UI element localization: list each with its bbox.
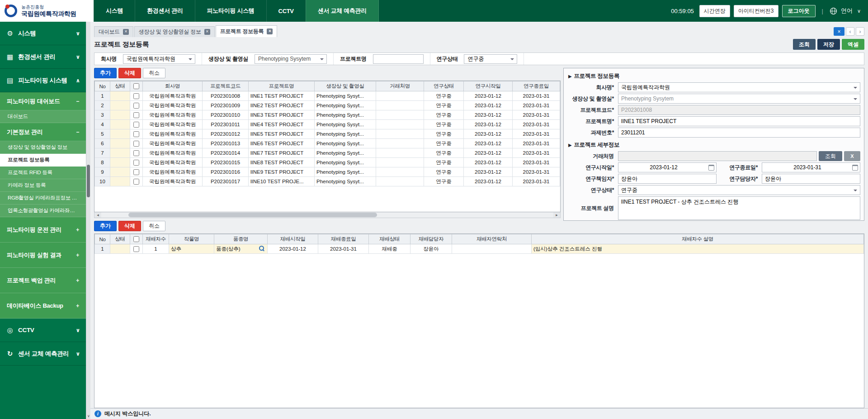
top-nav-item-4[interactable]: 센서 교체 예측관리 (306, 0, 379, 22)
sidebar-item-16[interactable]: ◎CCTV∨ (0, 319, 86, 342)
sidebar-item-11[interactable]: 엽록소형광촬영실 카메라좌표정보 등록 (0, 205, 86, 217)
tab-close-icon[interactable]: × (204, 29, 210, 35)
delete-project-button[interactable]: 삭제 (118, 68, 141, 78)
inquiry-button[interactable]: 조회 (793, 39, 816, 50)
sidebar-item-3[interactable]: 피노타이핑 대쉬보드− (0, 92, 86, 110)
header-checkbox[interactable] (133, 83, 139, 89)
sidebar-item-14[interactable]: 프로젝트 백업 관리+ (0, 268, 86, 293)
extend-time-button[interactable]: 시간연장 (699, 5, 730, 17)
chamber-filter-select[interactable]: Phenotyping Sysytem (255, 54, 327, 64)
table-row-0[interactable]: 11상추품종(상추)2023-01-122023-01-31재배중장윤아(임시)… (95, 244, 864, 254)
sidebar-scroll-down-icon[interactable]: ∨ (86, 414, 91, 418)
sidebar-item-5[interactable]: 기본정보 관리− (0, 123, 86, 141)
table-row-9[interactable]: 10국립원예특작과학원P202301017lINE10 TEST PROJE..… (95, 177, 560, 186)
project-name-input[interactable] (373, 54, 424, 64)
row-checkbox[interactable] (133, 141, 139, 147)
logo-block[interactable]: 농촌진흥청 국립원예특작과학원 (0, 0, 94, 22)
top-nav-item-3[interactable]: CCTV (266, 0, 306, 22)
table-row-1[interactable]: 2국립원예특작과학원P202301009lINE2 TEST PROJECTPh… (95, 101, 560, 110)
cancel-cultivation-button[interactable]: 취소 (143, 221, 165, 231)
sidebar-item-13[interactable]: 피노타이핑 실험 결과+ (0, 243, 86, 268)
tab-close-icon[interactable]: × (123, 29, 129, 35)
scrollbar-thumb[interactable] (128, 213, 377, 217)
client-search-button[interactable]: 조회 (819, 151, 842, 161)
cell: 2023-01-12 (464, 167, 513, 177)
top-nav-item-0[interactable]: 시스템 (94, 0, 135, 22)
globe-icon[interactable] (830, 7, 837, 15)
table-row-7[interactable]: 8국립원예특작과학원P202301015lINE8 TEST PROJECTPh… (95, 158, 560, 167)
cancel-project-button[interactable]: 취소 (143, 68, 165, 78)
row-checkbox[interactable] (133, 150, 139, 156)
tab-close-icon[interactable]: × (267, 29, 273, 34)
table-row-6[interactable]: 7국립원예특작과학원P202301014lINE7 TEST PROJECTPh… (95, 148, 560, 158)
sidebar-scrollbar-thumb[interactable] (87, 165, 90, 197)
chamber-select[interactable]: Phenotyping Sysytem (618, 94, 860, 104)
project-description-textarea[interactable]: lINE1 TEST PROJECT - 상추 건조스트레스 진행 (618, 196, 860, 220)
top-nav-item-1[interactable]: 환경센서 관리 (135, 0, 195, 22)
delete-cultivation-button[interactable]: 삭제 (118, 221, 141, 231)
status-filter-select[interactable]: 연구중 (464, 54, 517, 64)
tab-2[interactable]: 프로젝트 정보등록× (216, 25, 278, 37)
table-row-4[interactable]: 5국립원예특작과학원P202301012lINE5 TEST PROJECTPh… (95, 129, 560, 139)
research-manager-input[interactable]: 장윤아 (762, 174, 860, 184)
sidebar-item-12[interactable]: 피노타이핑 운전 관리+ (0, 217, 86, 243)
end-date-input[interactable]: 2023-01-31 (762, 162, 860, 172)
tab-1[interactable]: 생장상 및 영상촬영실 정보× (134, 26, 215, 37)
sidebar-item-8[interactable]: 프로젝트 RFID 등록 (0, 167, 86, 179)
calendar-icon[interactable] (852, 165, 858, 171)
sidebar-item-7[interactable]: 프로젝트 정보등록 (0, 154, 86, 167)
scrollbar-track[interactable] (101, 212, 553, 218)
sidebar-item-6[interactable]: 생장상 및 영상촬영실 정보 (0, 141, 86, 154)
row-checkbox[interactable] (133, 246, 139, 252)
client-clear-button[interactable]: X (844, 151, 860, 161)
table-row-8[interactable]: 9국립원예특작과학원P202301016lINE9 TEST PROJECTPh… (95, 167, 560, 177)
sidebar-item-15[interactable]: 데이타베이스 Backup+ (0, 293, 86, 319)
close-all-tabs-button[interactable]: × (834, 27, 844, 36)
sidebar-item-2[interactable]: ▤피노타이핑 시스템∧ (0, 69, 86, 92)
table-row-2[interactable]: 3국립원예특작과학원P202301010lINE3 TEST PROJECTPh… (95, 110, 560, 120)
add-cultivation-button[interactable]: 추가 (94, 221, 117, 231)
tab-0[interactable]: 대쉬보드× (94, 26, 133, 37)
logout-button[interactable]: 로그아웃 (782, 5, 816, 17)
top-nav-item-2[interactable]: 피노타이핑 시스템 (195, 0, 266, 22)
save-button[interactable]: 저장 (817, 39, 840, 50)
table-row-3[interactable]: 4국립원예특작과학원P202301011lINE4 TEST PROJECTPh… (95, 120, 560, 129)
project-name-field[interactable]: lINE1 TEST PROJECT (618, 116, 860, 126)
account-button[interactable]: 아이티컨버전3 (734, 5, 778, 17)
sidebar-item-1[interactable]: ▦환경센서 관리∨ (0, 45, 86, 69)
sidebar-item-17[interactable]: ↻센서 교체 예측관리∨ (0, 342, 86, 366)
sidebar-item-9[interactable]: 카메라 정보 등록 (0, 179, 86, 192)
session-timer: 00:59:05 (671, 8, 694, 14)
company-filter-select[interactable]: 국립원예특작과학원 (123, 54, 195, 64)
language-caret-icon[interactable]: ∨ (857, 8, 861, 14)
start-date-input[interactable]: 2023-01-12 (618, 162, 717, 172)
company-select[interactable]: 국립원예특작과학원 (618, 82, 860, 92)
row-checkbox[interactable] (133, 103, 139, 109)
row-checkbox[interactable] (133, 179, 139, 185)
sidebar-item-0[interactable]: ⚙시스템∨ (0, 22, 86, 45)
scroll-left-arrow[interactable]: ◂ (94, 212, 101, 218)
add-project-button[interactable]: 추가 (94, 68, 117, 78)
tab-prev-button[interactable]: ‹ (846, 27, 854, 36)
row-checkbox[interactable] (133, 169, 139, 175)
row-checkbox[interactable] (133, 112, 139, 118)
row-checkbox[interactable] (133, 93, 139, 99)
research-status-select[interactable]: 연구중 (618, 185, 860, 195)
magnifier-icon[interactable] (259, 246, 265, 252)
header-checkbox[interactable] (133, 236, 139, 242)
task-number-input[interactable]: 23011201 (618, 128, 860, 138)
excel-button[interactable]: 엑셀 (842, 39, 864, 50)
sidebar-item-10[interactable]: RGB촬영실 카메라좌표정보 등록 (0, 192, 86, 205)
row-checkbox[interactable] (133, 122, 139, 128)
scroll-right-arrow[interactable]: ▸ (553, 212, 560, 218)
row-checkbox[interactable] (133, 131, 139, 137)
sidebar-item-4[interactable]: 대쉬보드 (0, 110, 86, 123)
row-checkbox[interactable] (133, 160, 139, 166)
table-row-0[interactable]: 1국립원예특작과학원P202301008lINE1 TEST PROJECTPh… (95, 91, 560, 101)
horizontal-scrollbar[interactable]: ◂ ▸ (94, 212, 561, 218)
sidebar-scrollbar[interactable]: ∨ (86, 22, 90, 419)
table-row-5[interactable]: 6국립원예특작과학원P202301013lINE6 TEST PROJECTPh… (95, 139, 560, 148)
research-lead-input[interactable]: 장윤아 (618, 174, 717, 184)
calendar-icon[interactable] (708, 165, 714, 171)
tab-next-button[interactable]: › (856, 27, 864, 36)
